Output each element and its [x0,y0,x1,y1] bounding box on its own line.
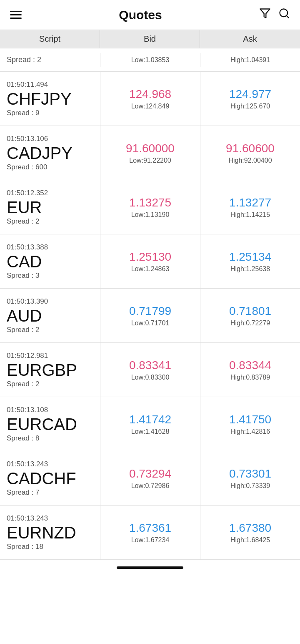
script-time: 01:50:13.243 [7,514,93,523]
ask-cell: 0.71801 High:0.72279 [200,289,300,342]
script-name: CAD [7,252,93,271]
quote-row[interactable]: 01:50:13.390 AUD Spread : 2 0.71799 Low:… [0,289,300,343]
ask-value: 91.60600 [226,142,275,155]
bid-value: 0.83341 [129,359,171,372]
script-time: 01:50:12.981 [7,352,93,360]
bid-value: 0.71799 [129,304,171,318]
bid-cell: 0.83341 Low:0.83300 [100,343,200,397]
script-cell: 01:50:13.106 CADJPY Spread : 600 [0,126,100,180]
bid-value: 91.60000 [126,142,175,155]
ask-cell: 1.67380 High:1.68425 [200,506,300,559]
bid-value: 0.73294 [129,467,171,480]
script-cell: 01:50:13.390 AUD Spread : 2 [0,289,100,342]
col-bid: Bid [100,30,200,48]
ask-value: 0.73301 [229,467,271,480]
script-spread: Spread : 3 [7,272,93,280]
script-cell: 01:50:12.352 EUR Spread : 2 [0,180,100,234]
bid-cell: 91.60000 Low:91.22200 [100,126,200,180]
script-time: 01:50:13.106 [7,135,93,143]
ask-value: 0.83344 [229,359,271,372]
bottom-bar [0,560,300,572]
quote-row[interactable]: 01:50:13.243 CADCHF Spread : 7 0.73294 L… [0,451,300,506]
ask-cell: 1.25134 High:1.25638 [200,234,300,288]
ask-cell: 0.83344 High:0.83789 [200,343,300,397]
top-ask-high: High:1.04391 [200,53,300,67]
quote-row[interactable]: 01:50:12.352 EUR Spread : 2 1.13275 Low:… [0,180,300,234]
ask-cell: 91.60600 High:92.00400 [200,126,300,180]
bid-cell: 124.968 Low:124.849 [100,72,200,126]
ask-cell: 1.41750 High:1.42816 [200,397,300,451]
ask-value: 1.25134 [229,250,271,264]
script-time: 01:50:13.243 [7,460,93,468]
quote-row[interactable]: 01:50:13.106 CADJPY Spread : 600 91.6000… [0,126,300,180]
script-spread: Spread : 2 [7,217,93,226]
quote-row[interactable]: 01:50:13.243 EURNZD Spread : 18 1.67361 … [0,506,300,560]
bid-cell: 0.71799 Low:0.71701 [100,289,200,342]
ask-value: 1.13277 [229,196,271,209]
ask-high: High:125.670 [230,103,270,110]
col-ask: Ask [200,30,300,48]
filter-icon[interactable] [259,8,271,22]
script-cell: 01:50:13.108 EURCAD Spread : 8 [0,397,100,451]
search-icon[interactable] [278,8,290,22]
script-time: 01:50:13.390 [7,297,93,306]
script-name: EURNZD [7,523,93,542]
script-cell: 01:50:11.494 CHFJPY Spread : 9 [0,72,100,126]
script-spread: Spread : 18 [7,543,93,551]
bid-cell: 1.25130 Low:1.24863 [100,234,200,288]
ask-cell: 1.13277 High:1.14215 [200,180,300,234]
bid-low: Low:0.72986 [131,482,170,490]
script-spread: Spread : 600 [7,163,93,171]
quote-row[interactable]: 01:50:12.981 EURGBP Spread : 2 0.83341 L… [0,343,300,397]
bid-value: 1.67361 [129,521,171,535]
bid-cell: 0.73294 Low:0.72986 [100,451,200,505]
script-time: 01:50:13.108 [7,406,93,414]
script-cell: 01:50:13.243 CADCHF Spread : 7 [0,451,100,505]
script-spread: Spread : 7 [7,488,93,497]
header: Quotes [0,0,300,30]
ask-cell: 0.73301 High:0.73339 [200,451,300,505]
ask-high: High:0.83789 [230,374,270,381]
script-name: CADCHF [7,469,93,488]
script-cell: 01:50:13.243 EURNZD Spread : 18 [0,506,100,559]
bid-low: Low:0.71701 [131,319,170,327]
script-name: EURGBP [7,361,93,379]
top-spread-label: Spread : 2 [0,52,100,68]
svg-marker-0 [260,9,270,18]
script-time: 01:50:12.352 [7,189,93,197]
script-time: 01:50:13.388 [7,243,93,252]
script-time: 01:50:11.494 [7,80,93,89]
script-cell: 01:50:12.981 EURGBP Spread : 2 [0,343,100,397]
ask-cell: 124.977 High:125.670 [200,72,300,126]
bid-cell: 1.13275 Low:1.13190 [100,180,200,234]
bid-low: Low:91.22200 [129,157,171,164]
hamburger-icon[interactable] [10,11,22,19]
script-spread: Spread : 9 [7,109,93,117]
col-script: Script [0,30,100,48]
quote-row[interactable]: 01:50:13.108 EURCAD Spread : 8 1.41742 L… [0,397,300,451]
script-spread: Spread : 2 [7,380,93,388]
quote-row[interactable]: 01:50:13.388 CAD Spread : 3 1.25130 Low:… [0,234,300,289]
script-spread: Spread : 2 [7,326,93,334]
top-bid-low: Low:1.03853 [100,53,200,67]
ask-high: High:0.73339 [230,482,270,490]
bid-cell: 1.41742 Low:1.41628 [100,397,200,451]
script-name: CADJPY [7,144,93,162]
quote-row[interactable]: 01:50:11.494 CHFJPY Spread : 9 124.968 L… [0,72,300,126]
ask-high: High:0.72279 [230,319,270,327]
bid-low: Low:1.41628 [131,428,170,435]
ask-high: High:1.14215 [230,211,270,219]
script-name: CHFJPY [7,90,93,108]
ask-high: High:1.42816 [230,428,270,435]
script-spread: Spread : 8 [7,434,93,443]
top-spread-row: Spread : 2 Low:1.03853 High:1.04391 [0,48,300,72]
bid-value: 124.968 [129,88,171,101]
home-indicator [117,566,183,569]
bid-low: Low:1.13190 [131,211,170,219]
script-name: EUR [7,198,93,216]
bid-value: 1.13275 [129,196,171,209]
bid-cell: 1.67361 Low:1.67234 [100,506,200,559]
bid-low: Low:1.24863 [131,265,170,273]
bid-low: Low:0.83300 [131,374,170,381]
header-icons [259,8,290,22]
